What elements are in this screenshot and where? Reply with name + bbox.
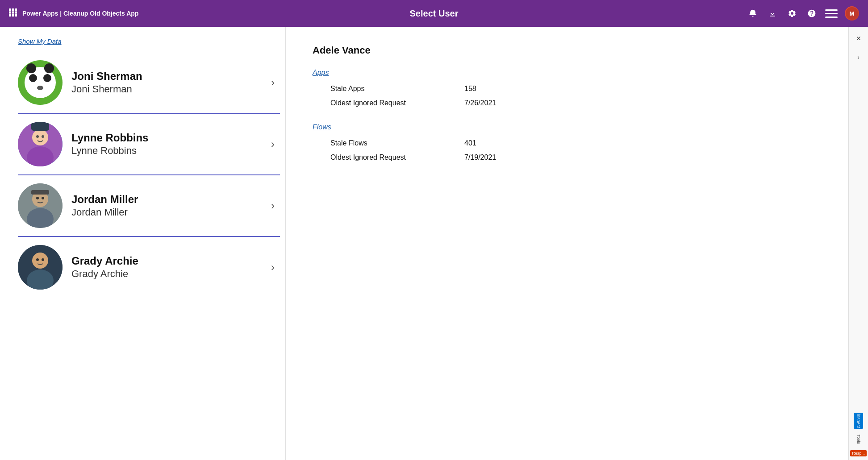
header-right: M	[747, 6, 859, 21]
grid-icon[interactable]	[9, 8, 17, 19]
close-toolbar-btn[interactable]: ✕	[851, 30, 867, 46]
svg-rect-22	[31, 190, 49, 195]
user-info: Jordan Miller Jordan Miller	[71, 192, 262, 219]
chevron-right-icon: ›	[271, 261, 275, 274]
list-item[interactable]: Joni Sherman Joni Sherman ›	[18, 52, 280, 114]
svg-point-26	[36, 258, 39, 261]
settings-icon[interactable]	[786, 7, 798, 20]
stat-row: Oldest Ignored Request 7/26/2021	[330, 99, 822, 107]
download-icon[interactable]	[766, 7, 779, 20]
svg-rect-3	[9, 11, 11, 13]
stat-label: Oldest Ignored Request	[330, 99, 447, 107]
flows-section-link[interactable]: Flows	[313, 123, 822, 131]
avatar	[18, 183, 63, 228]
svg-rect-0	[9, 8, 11, 11]
user-name-secondary: Joni Sherman	[71, 83, 262, 96]
user-avatar[interactable]: M	[845, 6, 859, 21]
svg-point-21	[42, 197, 44, 199]
stat-value: 7/26/2021	[464, 99, 496, 107]
help-icon[interactable]	[805, 7, 818, 20]
show-my-data-link[interactable]: Show My Data	[18, 37, 285, 45]
avatar	[18, 122, 63, 166]
user-name-primary: Lynne Robbins	[71, 131, 262, 145]
list-item[interactable]: Grady Archie Grady Archie ›	[18, 237, 280, 298]
user-name-secondary: Lynne Robbins	[71, 145, 262, 157]
user-name-secondary: Jordan Miller	[71, 206, 262, 219]
chevron-right-toolbar[interactable]: ›	[851, 49, 867, 65]
svg-point-20	[36, 197, 39, 199]
user-name-primary: Grady Archie	[71, 254, 262, 268]
inspect-badge[interactable]: Inspect	[854, 413, 863, 429]
stat-label: Oldest Ignored Request	[330, 153, 447, 162]
app-title: Power Apps | Cleanup Old Objects App	[22, 10, 138, 17]
svg-rect-6	[9, 14, 11, 17]
svg-rect-2	[15, 8, 17, 11]
user-list: Joni Sherman Joni Sherman ›	[18, 52, 285, 298]
app-header: Power Apps | Cleanup Old Objects App Sel…	[0, 0, 868, 27]
avatar	[18, 245, 63, 290]
app-header-left: Power Apps | Cleanup Old Objects App	[9, 8, 138, 19]
list-item[interactable]: Jordan Miller Jordan Miller ›	[18, 175, 280, 237]
left-panel: Show My Data Joni Sher	[0, 27, 286, 460]
notification-icon[interactable]	[747, 7, 759, 20]
apps-section-link[interactable]: Apps	[313, 69, 822, 77]
svg-rect-8	[15, 14, 17, 17]
page-title: Select User	[410, 8, 459, 19]
avatar	[18, 60, 63, 105]
flows-stats-table: Stale Flows 401 Oldest Ignored Request 7…	[330, 139, 822, 162]
stat-label: Stale Flows	[330, 139, 447, 147]
user-name-primary: Joni Sherman	[71, 69, 262, 83]
hamburger-menu-icon[interactable]	[825, 9, 838, 18]
tools-btn[interactable]: Tools	[851, 431, 867, 448]
main-content: Show My Data Joni Sher	[0, 27, 868, 460]
svg-rect-1	[12, 8, 14, 11]
svg-rect-4	[12, 11, 14, 13]
stat-value: 7/19/2021	[464, 153, 496, 162]
side-toolbar: ✕ › Inspect Tools Resp...	[848, 27, 868, 460]
chevron-right-icon: ›	[271, 138, 275, 150]
svg-point-15	[42, 135, 44, 138]
user-info: Lynne Robbins Lynne Robbins	[71, 131, 262, 157]
apps-stats-table: Stale Apps 158 Oldest Ignored Request 7/…	[330, 85, 822, 107]
stat-row: Stale Apps 158	[330, 85, 822, 93]
svg-point-27	[42, 258, 44, 261]
stat-row: Oldest Ignored Request 7/19/2021	[330, 153, 822, 162]
svg-rect-5	[15, 11, 17, 13]
svg-point-12	[32, 129, 48, 145]
user-info: Joni Sherman Joni Sherman	[71, 69, 262, 96]
svg-rect-7	[12, 14, 14, 17]
stat-label: Stale Apps	[330, 85, 447, 93]
list-item[interactable]: Lynne Robbins Lynne Robbins ›	[18, 114, 280, 175]
user-name-primary: Jordan Miller	[71, 192, 262, 206]
right-panel: Adele Vance Apps Stale Apps 158 Oldest I…	[286, 27, 848, 460]
svg-rect-16	[31, 122, 49, 131]
selected-user-name: Adele Vance	[313, 45, 822, 56]
respond-badge[interactable]: Resp...	[850, 450, 867, 456]
user-name-secondary: Grady Archie	[71, 268, 262, 281]
svg-text:M: M	[850, 10, 855, 17]
user-list-container[interactable]: Joni Sherman Joni Sherman ›	[18, 52, 285, 460]
chevron-right-icon: ›	[271, 76, 275, 89]
user-info: Grady Archie Grady Archie	[71, 254, 262, 281]
stat-value: 158	[464, 85, 476, 93]
stat-row: Stale Flows 401	[330, 139, 822, 147]
svg-point-24	[32, 253, 48, 269]
svg-point-14	[36, 135, 39, 138]
chevron-right-icon: ›	[271, 199, 275, 212]
tools-label: Tools	[856, 435, 861, 444]
stat-value: 401	[464, 139, 476, 147]
